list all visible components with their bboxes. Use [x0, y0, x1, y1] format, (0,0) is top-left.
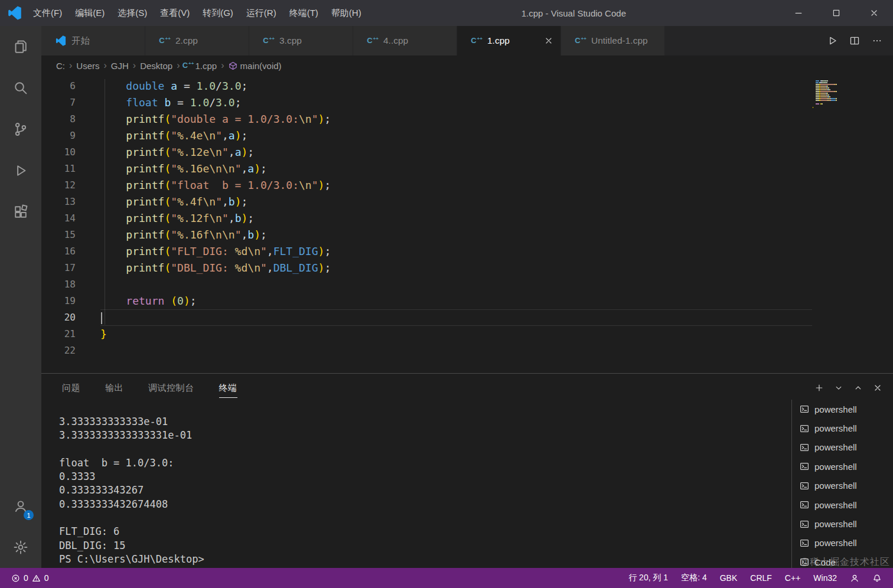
- window-close-icon[interactable]: [855, 0, 893, 26]
- terminal-list-item[interactable]: Code: [792, 553, 893, 568]
- editor-tab[interactable]: C++2.cpp: [145, 26, 249, 55]
- menu-item[interactable]: 运行(R): [240, 8, 283, 19]
- plus-icon[interactable]: [814, 383, 824, 393]
- code-line-content[interactable]: [100, 276, 812, 293]
- terminal-list-item[interactable]: powershell: [792, 495, 893, 514]
- minimap[interactable]: [813, 80, 863, 110]
- breadcrumb-item[interactable]: GJH: [111, 61, 129, 71]
- terminal-list-item[interactable]: powershell: [792, 514, 893, 533]
- close-icon[interactable]: [873, 383, 882, 393]
- breadcrumb-symbol[interactable]: main(void): [229, 61, 282, 71]
- menu-item[interactable]: 帮助(H): [325, 8, 368, 19]
- code-line[interactable]: 11 printf("%.16e\n\n",a);: [41, 161, 893, 177]
- code-line-content[interactable]: [100, 342, 812, 359]
- panel-tab[interactable]: 调试控制台: [148, 374, 194, 402]
- code-token: \n: [203, 195, 216, 208]
- code-line[interactable]: 6 double a = 1.0/3.0;: [41, 78, 893, 94]
- panel-tab[interactable]: 输出: [105, 374, 123, 402]
- code-line[interactable]: 17 printf("DBL_DIG: %d\n",DBL_DIG);: [41, 260, 893, 276]
- status-item[interactable]: 行 20, 列 1: [622, 568, 674, 588]
- status-bell-icon[interactable]: [866, 568, 888, 588]
- menu-item[interactable]: 终端(T): [283, 8, 325, 19]
- activity-files-icon[interactable]: [0, 26, 41, 67]
- editor-tab[interactable]: C++3.cpp: [249, 26, 353, 55]
- terminal-output[interactable]: 3.333333333333e-013.3333333333333331e-01…: [59, 415, 784, 568]
- chevron-up-icon[interactable]: [853, 383, 863, 393]
- code-line-content[interactable]: printf("DBL_DIG: %d\n",DBL_DIG);: [100, 260, 812, 276]
- panel-tab[interactable]: 问题: [62, 374, 80, 402]
- terminal-list-item[interactable]: powershell: [792, 476, 893, 495]
- menu-item[interactable]: 查看(V): [154, 8, 196, 19]
- code-line[interactable]: 21}: [41, 326, 893, 342]
- problems-indicator[interactable]: 00: [5, 568, 56, 588]
- code-line-content[interactable]: }: [100, 326, 812, 342]
- code-line[interactable]: 15 printf("%.16f\n\n",b);: [41, 227, 893, 243]
- code-line[interactable]: 16 printf("FLT_DIG: %d\n",FLT_DIG);: [41, 243, 893, 260]
- breadcrumb-item[interactable]: Users: [76, 61, 99, 71]
- window-minimize-icon[interactable]: [780, 0, 817, 26]
- code-line[interactable]: 8 printf("double a = 1.0/3.0:\n");: [41, 111, 893, 128]
- code-line[interactable]: 20: [41, 309, 893, 326]
- activity-source-control-icon[interactable]: [0, 109, 41, 150]
- code-line[interactable]: 9 printf("%.4e\n",a);: [41, 128, 893, 144]
- status-item[interactable]: GBK: [713, 568, 744, 588]
- code-line[interactable]: 22: [41, 342, 893, 359]
- window-maximize-icon[interactable]: [817, 0, 855, 26]
- status-item[interactable]: CRLF: [744, 568, 778, 588]
- code-editor[interactable]: 6 double a = 1.0/3.0;7 float b = 1.0/3.0…: [41, 76, 893, 373]
- minimap-line: [813, 86, 863, 87]
- code-line-content[interactable]: printf("%.16e\n\n",a);: [100, 161, 812, 177]
- code-line-content[interactable]: double a = 1.0/3.0;: [100, 78, 812, 94]
- code-line-content[interactable]: return (0);: [100, 293, 812, 309]
- code-line[interactable]: 14 printf("%.12f\n",b);: [41, 210, 893, 227]
- status-item[interactable]: C++: [778, 568, 807, 588]
- code-line-content[interactable]: printf("%.4e\n",a);: [100, 128, 812, 144]
- editor-tab[interactable]: C++Untitled-1.cpp: [561, 26, 665, 55]
- status-item[interactable]: 空格: 4: [674, 568, 713, 588]
- activity-settings-gear-icon[interactable]: [0, 527, 41, 568]
- code-line[interactable]: 18: [41, 276, 893, 293]
- terminal-list-item[interactable]: powershell: [792, 534, 893, 553]
- code-line-content[interactable]: printf("%.4f\n",b);: [100, 194, 812, 210]
- breadcrumb-item[interactable]: C:: [56, 61, 65, 71]
- code-line-content[interactable]: printf("float b = 1.0/3.0:\n");: [100, 177, 812, 194]
- editor-tab[interactable]: C++1.cpp: [457, 26, 561, 55]
- code-line-content[interactable]: printf("FLT_DIG: %d\n",FLT_DIG);: [100, 243, 812, 260]
- status-item[interactable]: Win32: [807, 568, 843, 588]
- terminal-list-item[interactable]: powershell: [792, 400, 893, 419]
- terminal-list-item[interactable]: powershell: [792, 438, 893, 457]
- more-actions-icon[interactable]: [872, 35, 882, 46]
- code-line-content[interactable]: printf("%.12e\n",a);: [100, 144, 812, 161]
- menu-item[interactable]: 转到(G): [196, 8, 240, 19]
- code-line[interactable]: 12 printf("float b = 1.0/3.0:\n");: [41, 177, 893, 194]
- code-line-content[interactable]: printf("%.16f\n\n",b);: [100, 227, 812, 243]
- split-editor-icon[interactable]: [849, 35, 860, 46]
- tab-close-icon[interactable]: [544, 36, 553, 45]
- activity-extensions-icon[interactable]: [0, 191, 41, 233]
- code-line-content[interactable]: printf("%.12f\n",b);: [100, 210, 812, 227]
- menu-item[interactable]: 选择(S): [111, 8, 154, 19]
- activity-account-icon[interactable]: 1: [0, 485, 41, 527]
- minimap-token: [816, 96, 820, 97]
- menu-item[interactable]: 编辑(E): [69, 8, 111, 19]
- panel-tab[interactable]: 终端: [219, 374, 237, 402]
- code-line[interactable]: 10 printf("%.12e\n",a);: [41, 144, 893, 161]
- run-icon[interactable]: [827, 35, 837, 46]
- breadcrumb-item[interactable]: Desktop: [140, 61, 172, 71]
- editor-tab[interactable]: 开始: [41, 26, 145, 55]
- code-line-content[interactable]: [100, 309, 812, 326]
- code-line-content[interactable]: float b = 1.0/3.0;: [100, 94, 812, 111]
- activity-run-debug-icon[interactable]: [0, 150, 41, 191]
- code-line[interactable]: 13 printf("%.4f\n",b);: [41, 194, 893, 210]
- status-feedback-icon[interactable]: [843, 568, 866, 588]
- editor-tab[interactable]: C++4..cpp: [353, 26, 457, 55]
- code-line-content[interactable]: printf("double a = 1.0/3.0:\n");: [100, 111, 812, 128]
- code-line[interactable]: 19 return (0);: [41, 293, 893, 309]
- code-line[interactable]: 7 float b = 1.0/3.0;: [41, 94, 893, 111]
- chevron-down-icon[interactable]: [834, 383, 843, 393]
- terminal-list-item[interactable]: powershell: [792, 419, 893, 437]
- breadcrumb-file[interactable]: C++1.cpp: [184, 61, 217, 71]
- menu-item[interactable]: 文件(F): [27, 8, 69, 19]
- terminal-list-item[interactable]: powershell: [792, 457, 893, 476]
- activity-search-icon[interactable]: [0, 67, 41, 109]
